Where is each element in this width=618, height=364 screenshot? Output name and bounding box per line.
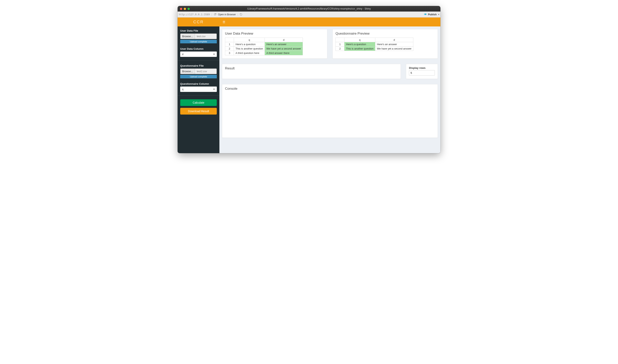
questionnaire-column-value: q (182, 88, 183, 91)
preview-row: User Data Preview qd1Here's a questionHe… (222, 29, 438, 59)
toolbar-separator: | (237, 13, 238, 16)
console-title: Console (225, 87, 435, 91)
cell-q: This is another question (344, 47, 375, 51)
user-data-column-value: d (182, 53, 183, 56)
chevron-down-icon: ▾ (438, 13, 439, 15)
row-number: 2 (336, 47, 344, 51)
questionnaire-table: qd1Here's a questionHere's an answer2Thi… (335, 38, 413, 51)
display-rows-input[interactable] (409, 70, 435, 76)
table-row: 1Here's a questionHere's an answer (225, 42, 303, 47)
app-logo: CCR (178, 20, 220, 24)
open-in-browser-link[interactable]: Open in Browser (218, 13, 236, 16)
cell-d: A third answer there (265, 51, 303, 55)
display-rows-box: Display rows (406, 64, 438, 79)
table-row: 2This is another questionWe have yet a s… (225, 47, 303, 51)
user-data-upload-progress: Upload complete (180, 40, 217, 43)
app-window: /Library/Frameworks/R.framework/Versions… (178, 6, 440, 153)
chevron-down-icon: ▼ (213, 88, 215, 90)
row-number: 1 (336, 42, 344, 47)
chevron-down-icon: ▼ (213, 53, 215, 55)
row-number: 3 (225, 51, 234, 55)
display-rows-label: Display rows (409, 66, 435, 69)
browse-button[interactable]: Browse... (180, 69, 195, 74)
table-row: 1Here's a questionHere's an answer (336, 42, 413, 47)
user-data-column-label: User Data Column (180, 47, 217, 50)
user-data-preview-box: User Data Preview qd1Here's a questionHe… (222, 29, 327, 59)
table-header: q (234, 38, 265, 42)
table-row: 3A third question hereA third answer the… (225, 51, 303, 55)
table-header: q (344, 38, 375, 42)
calculate-button[interactable]: Calculate (180, 99, 217, 106)
cell-d: Here's an answer (265, 42, 303, 47)
window-title: /Library/Frameworks/R.framework/Versions… (178, 7, 440, 10)
popout-icon[interactable] (214, 13, 216, 16)
row-number: 1 (225, 42, 234, 47)
sidebar-divider (178, 95, 220, 96)
toolbar-separator: | (211, 13, 212, 16)
close-window-icon[interactable] (180, 8, 182, 10)
questionnaire-file-input[interactable]: Browse... test2.csv (180, 68, 217, 74)
user-data-table: qd1Here's a questionHere's an answer2Thi… (225, 38, 303, 55)
minimize-window-icon[interactable] (184, 8, 186, 10)
svg-point-1 (425, 14, 426, 15)
cell-d: We have yet a second answer (265, 47, 303, 51)
user-data-file-label: User Data File (180, 29, 217, 32)
cell-q: This is another question (234, 47, 265, 51)
url-display: http://127.0.0.1:3589 (179, 13, 210, 16)
questionnaire-file-label: Questionnaire File (180, 64, 217, 67)
publish-icon (424, 13, 427, 16)
questionnaire-file-name: test2.csv (195, 69, 217, 74)
zoom-window-icon[interactable] (188, 8, 190, 10)
download-result-button[interactable]: Download Result (180, 108, 217, 115)
table-header: d (375, 38, 413, 42)
main-content: User Data Preview qd1Here's a questionHe… (220, 26, 440, 153)
table-header (225, 38, 234, 42)
user-data-column-select[interactable]: d ▼ (180, 52, 217, 57)
sidebar-toggle-icon[interactable]: ☰ (220, 20, 228, 24)
app-body: User Data File Browse... test.csv Upload… (178, 26, 440, 153)
app-header: CCR ☰ (178, 17, 440, 26)
publish-button[interactable]: Publish ▾ (424, 13, 439, 16)
user-data-preview-title: User Data Preview (225, 32, 324, 36)
result-row: Result Display rows (222, 64, 438, 79)
reload-icon[interactable] (240, 13, 243, 16)
result-title: Result (225, 66, 398, 70)
shiny-app: CCR ☰ User Data File Browse... test.csv … (178, 17, 440, 153)
row-number: 2 (225, 47, 234, 51)
publish-label: Publish (428, 13, 437, 16)
window-controls (180, 8, 190, 10)
cell-q: Here's a question (234, 42, 265, 47)
window-titlebar: /Library/Frameworks/R.framework/Versions… (178, 6, 440, 12)
questionnaire-column-label: Questionnaire Column (180, 82, 217, 85)
sidebar: User Data File Browse... test.csv Upload… (178, 26, 220, 153)
svg-rect-0 (214, 14, 216, 15)
user-data-file-name: test.csv (195, 34, 217, 39)
user-data-file-input[interactable]: Browse... test.csv (180, 33, 217, 39)
result-box: Result (222, 64, 401, 79)
table-header: d (265, 38, 303, 42)
questionnaire-upload-progress: Upload complete (180, 75, 217, 78)
browse-button[interactable]: Browse... (180, 34, 195, 39)
questionnaire-preview-title: Questionnaire Preview (335, 32, 435, 36)
table-row: 2This is another questionWe have yet a s… (336, 47, 413, 51)
table-header (336, 38, 344, 42)
console-box: Console (222, 84, 438, 138)
questionnaire-preview-box: Questionnaire Preview qd1Here's a questi… (332, 29, 438, 59)
cell-d: Here's an answer (375, 42, 413, 47)
questionnaire-column-select[interactable]: q ▼ (180, 87, 217, 92)
browser-toolbar: http://127.0.0.1:3589 | Open in Browser … (178, 12, 440, 17)
cell-d: We have yet a second answer (375, 47, 413, 51)
cell-q: A third question here (234, 51, 265, 55)
cell-q: Here's a question (344, 42, 375, 47)
